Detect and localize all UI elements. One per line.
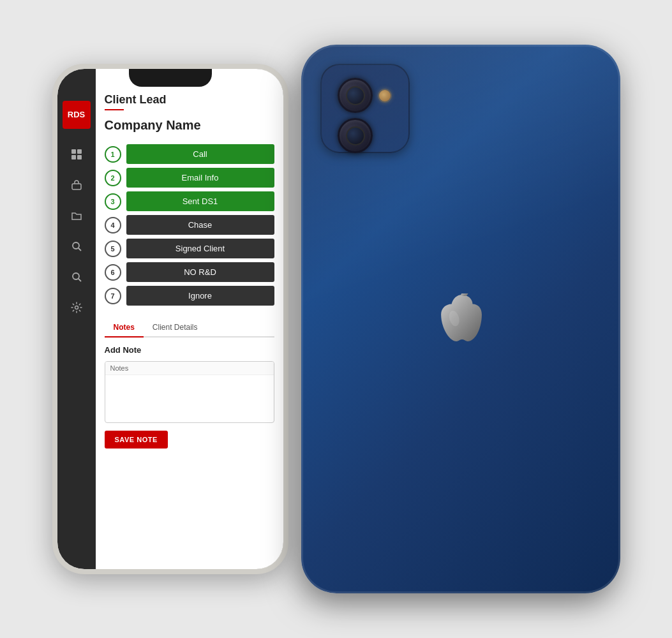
tab-client-details[interactable]: Client Details xyxy=(144,318,207,338)
tab-notes[interactable]: Notes xyxy=(105,318,144,338)
svg-point-7 xyxy=(73,273,79,279)
step-item-7: 7 Ignore xyxy=(105,286,274,306)
sidebar-icon-search[interactable] xyxy=(65,235,88,258)
svg-rect-0 xyxy=(71,149,76,154)
svg-rect-2 xyxy=(71,155,76,160)
sidebar-icon-settings[interactable] xyxy=(65,296,88,319)
step-number-4: 4 xyxy=(105,217,121,234)
camera-lens-inner-main xyxy=(346,86,365,105)
apple-logo xyxy=(438,293,483,345)
step-btn-email-info[interactable]: Email Info xyxy=(126,168,274,188)
sidebar-icon-grid[interactable] xyxy=(65,143,88,166)
page-title: Client Lead xyxy=(105,93,274,107)
iphone-front: RDS xyxy=(52,64,288,574)
svg-rect-1 xyxy=(77,149,82,154)
sidebar: RDS xyxy=(57,69,96,569)
svg-line-8 xyxy=(78,279,81,281)
step-list: 1 Call 2 Email Info 3 Sent DS1 4 Chase xyxy=(105,144,274,306)
svg-rect-4 xyxy=(72,184,81,189)
step-number-5: 5 xyxy=(105,241,121,257)
camera-lens-inner-secondary xyxy=(346,126,365,145)
tabs-row: Notes Client Details xyxy=(105,318,274,338)
camera-lens-main xyxy=(338,78,373,113)
sidebar-icon-briefcase[interactable] xyxy=(65,174,88,197)
logo-rds: RDS xyxy=(68,110,85,119)
camera-bump xyxy=(320,64,410,153)
step-btn-signed-client[interactable]: Signed Client xyxy=(126,239,274,258)
step-item-4: 4 Chase xyxy=(105,215,274,235)
step-item-5: 5 Signed Client xyxy=(105,239,274,258)
notes-textarea-header: Notes xyxy=(105,362,274,375)
notes-textarea-wrapper: Notes xyxy=(105,361,274,423)
step-btn-chase[interactable]: Chase xyxy=(126,215,274,235)
notes-textarea[interactable] xyxy=(105,375,274,420)
main-content: Client Lead Company Name 1 Call 2 Email … xyxy=(96,69,283,569)
sidebar-icon-folder[interactable] xyxy=(65,204,88,227)
step-item-3: 3 Sent DS1 xyxy=(105,191,274,211)
svg-rect-3 xyxy=(77,155,82,160)
iphone-screen: RDS xyxy=(57,69,283,569)
sidebar-icon-search2[interactable] xyxy=(65,265,88,288)
iphone-back xyxy=(301,45,620,593)
phones-wrapper: RDS xyxy=(52,45,620,593)
camera-flash xyxy=(378,89,392,103)
company-name: Company Name xyxy=(105,118,274,133)
step-btn-ignore[interactable]: Ignore xyxy=(126,286,274,306)
step-number-2: 2 xyxy=(105,170,121,186)
save-note-button[interactable]: SAVE NOTE xyxy=(105,431,168,449)
sidebar-logo: RDS xyxy=(63,101,91,129)
step-item-2: 2 Email Info xyxy=(105,168,274,188)
title-underline xyxy=(105,109,124,110)
step-item-6: 6 NO R&D xyxy=(105,262,274,282)
step-number-7: 7 xyxy=(105,288,121,304)
step-item-1: 1 Call xyxy=(105,144,274,164)
step-btn-no-rd[interactable]: NO R&D xyxy=(126,262,274,282)
step-number-1: 1 xyxy=(105,146,121,163)
step-number-3: 3 xyxy=(105,193,121,210)
step-number-6: 6 xyxy=(105,264,121,281)
svg-point-9 xyxy=(75,306,78,309)
step-btn-sent-ds1[interactable]: Sent DS1 xyxy=(126,191,274,211)
svg-line-6 xyxy=(78,248,81,251)
camera-lens-secondary xyxy=(338,118,373,153)
svg-point-5 xyxy=(73,242,79,249)
add-note-label: Add Note xyxy=(105,345,274,355)
camera-spacer xyxy=(378,129,392,143)
step-btn-call[interactable]: Call xyxy=(126,144,274,164)
iphone-notch xyxy=(129,69,212,87)
